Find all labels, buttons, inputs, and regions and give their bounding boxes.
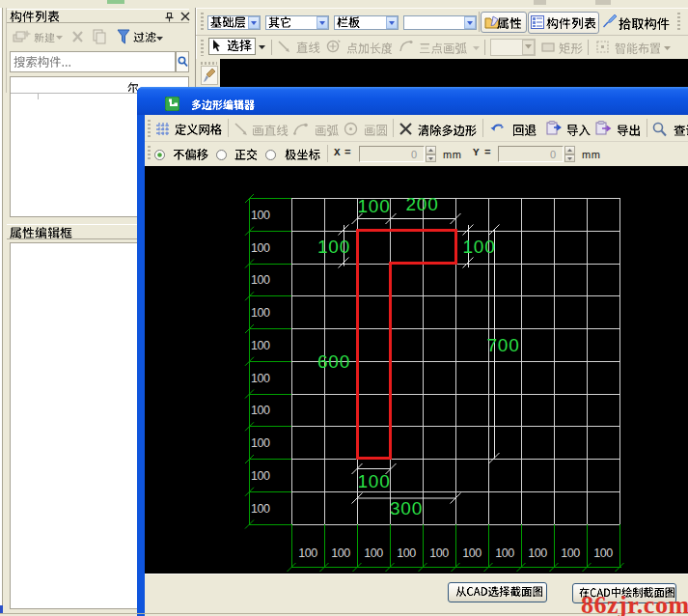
svg-text:700: 700 bbox=[486, 335, 519, 355]
svg-text:300: 300 bbox=[390, 498, 423, 518]
svg-text:100: 100 bbox=[561, 546, 580, 560]
svg-text:100: 100 bbox=[462, 546, 482, 560]
svg-text:100: 100 bbox=[429, 546, 449, 560]
svg-text:100: 100 bbox=[528, 546, 547, 560]
svg-text:100: 100 bbox=[251, 273, 270, 287]
svg-text:100: 100 bbox=[593, 546, 613, 560]
svg-text:100: 100 bbox=[251, 241, 270, 255]
svg-text:100: 100 bbox=[251, 339, 270, 352]
svg-text:100: 100 bbox=[251, 469, 270, 483]
svg-text:100: 100 bbox=[495, 546, 514, 560]
svg-text:600: 600 bbox=[317, 351, 350, 372]
svg-text:100: 100 bbox=[251, 436, 270, 450]
svg-text:100: 100 bbox=[251, 372, 270, 385]
svg-text:100: 100 bbox=[298, 546, 317, 560]
svg-text:100: 100 bbox=[251, 209, 270, 222]
svg-text:100: 100 bbox=[364, 546, 383, 560]
svg-text:100: 100 bbox=[462, 237, 495, 257]
svg-text:100: 100 bbox=[331, 546, 350, 560]
svg-text:100: 100 bbox=[357, 471, 390, 491]
svg-text:100: 100 bbox=[251, 404, 270, 417]
svg-text:100: 100 bbox=[397, 546, 416, 560]
svg-text:100: 100 bbox=[317, 237, 350, 257]
svg-text:100: 100 bbox=[251, 306, 270, 320]
svg-text:100: 100 bbox=[357, 196, 390, 216]
svg-text:100: 100 bbox=[251, 502, 270, 516]
svg-text:200: 200 bbox=[405, 194, 438, 214]
